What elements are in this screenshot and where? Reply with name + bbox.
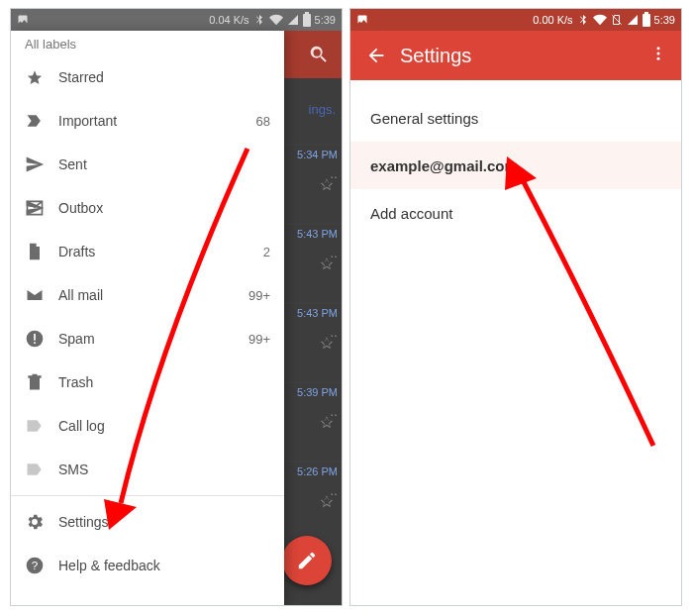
search-icon[interactable] — [308, 44, 330, 65]
svg-point-5 — [657, 47, 660, 50]
signal-icon — [627, 14, 639, 26]
gear-icon — [25, 512, 52, 532]
navigation-drawer: All labels Starred Important 68 Sent Out… — [11, 31, 284, 605]
compose-fab[interactable] — [282, 536, 332, 585]
allmail-icon — [25, 285, 52, 305]
bluetooth-icon — [253, 14, 265, 26]
svg-text:?: ? — [32, 559, 39, 571]
mail-row[interactable]: 5:43 PM .. — [280, 303, 342, 355]
wifi-icon — [593, 13, 607, 27]
settings-list: General settings example@gmail.com Add a… — [350, 80, 681, 237]
screen-settings: 0.00 K/s 5:39 Settings General settings … — [349, 8, 682, 606]
label-icon — [25, 460, 52, 479]
svg-rect-2 — [34, 342, 36, 344]
drawer-item-sent[interactable]: Sent — [11, 143, 284, 186]
drawer-section-label: All labels — [11, 31, 284, 55]
svg-rect-1 — [34, 334, 36, 341]
page-title: Settings — [400, 45, 644, 67]
mail-row[interactable]: 5:34 PM .. — [280, 145, 342, 196]
drawer-item-spam[interactable]: Spam 99+ — [11, 317, 284, 360]
picture-icon — [17, 14, 29, 26]
network-speed: 0.00 K/s — [533, 14, 572, 26]
app-bar — [278, 31, 342, 78]
status-bar: 0.04 K/s 5:39 — [11, 9, 342, 31]
drawer-item-settings[interactable]: Settings — [11, 500, 284, 544]
picture-icon — [356, 14, 368, 26]
star-outline-icon[interactable] — [318, 255, 336, 272]
pencil-icon — [296, 550, 318, 571]
star-outline-icon[interactable] — [318, 334, 336, 352]
mail-row[interactable]: 5:39 PM .. — [280, 382, 342, 434]
settings-item-account[interactable]: example@gmail.com — [350, 142, 681, 189]
star-outline-icon[interactable] — [318, 492, 336, 510]
drawer-item-important[interactable]: Important 68 — [11, 99, 284, 143]
wifi-icon — [269, 13, 283, 27]
battery-icon — [643, 14, 650, 27]
drawer-item-allmail[interactable]: All mail 99+ — [11, 273, 284, 317]
drawer-item-calllog[interactable]: Call log — [11, 404, 284, 448]
divider — [11, 495, 284, 496]
battery-icon — [303, 14, 311, 27]
sent-icon — [25, 154, 52, 174]
drawer-item-outbox[interactable]: Outbox — [11, 186, 284, 230]
arrow-back-icon — [365, 45, 387, 66]
clock: 5:39 — [315, 14, 336, 26]
drawer-list: Starred Important 68 Sent Outbox Drafts — [11, 55, 284, 605]
svg-point-6 — [657, 52, 660, 55]
dimmed-inbox: ings. 5:34 PM .. 5:43 PM .. 5:43 PM .. 5… — [278, 31, 342, 605]
star-icon — [25, 67, 52, 87]
star-outline-icon[interactable] — [318, 175, 336, 193]
status-bar: 0.00 K/s 5:39 — [350, 9, 681, 31]
more-vert-icon — [649, 45, 667, 62]
drawer-item-help[interactable]: ? Help & feedback — [11, 544, 284, 587]
inbox-link-fragment: ings. — [309, 102, 336, 117]
label-icon — [25, 416, 52, 436]
back-button[interactable] — [358, 45, 394, 66]
no-sim-icon — [611, 14, 623, 26]
help-icon: ? — [25, 556, 52, 575]
settings-item-add-account[interactable]: Add account — [350, 189, 681, 237]
drafts-icon — [25, 242, 52, 261]
drawer-item-drafts[interactable]: Drafts 2 — [11, 230, 284, 273]
trash-icon — [25, 372, 52, 392]
bluetooth-icon — [577, 14, 589, 26]
important-icon — [25, 111, 52, 131]
network-speed: 0.04 K/s — [209, 14, 248, 26]
svg-point-7 — [657, 57, 660, 60]
spam-icon — [25, 329, 52, 349]
overflow-menu[interactable] — [644, 45, 673, 66]
clock: 5:39 — [654, 14, 675, 26]
drawer-item-sms[interactable]: SMS — [11, 448, 284, 491]
mail-row[interactable]: 5:43 PM .. — [280, 224, 342, 275]
settings-item-general[interactable]: General settings — [350, 94, 681, 142]
mail-row[interactable]: 5:26 PM .. — [280, 462, 342, 513]
signal-icon — [287, 14, 299, 26]
app-bar: Settings — [350, 31, 681, 80]
outbox-icon — [25, 198, 52, 218]
drawer-item-starred[interactable]: Starred — [11, 55, 284, 99]
screen-drawer: 0.04 K/s 5:39 ings. 5:34 PM .. 5:43 PM .… — [10, 8, 343, 606]
drawer-item-trash[interactable]: Trash — [11, 360, 284, 404]
star-outline-icon[interactable] — [318, 413, 336, 431]
